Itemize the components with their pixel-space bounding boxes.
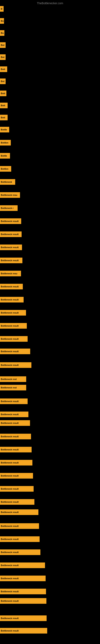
bar-label: Bottleneck result	[1, 525, 19, 527]
bar-item: Bottleneck	[0, 179, 15, 185]
bar-label: Bo	[1, 32, 4, 34]
bar-item: Bottleneck result	[0, 398, 28, 404]
bar-label: Bottleneck result	[1, 474, 19, 477]
bar-label: Bottlen	[1, 142, 8, 144]
bar-item: Bottleneck result	[0, 576, 46, 581]
bar-label: Bottleneck result	[1, 233, 19, 236]
bar-label: Bottleneck resu	[1, 194, 17, 196]
bar-item: Bottleneck result	[0, 323, 27, 329]
bar-item: Bottleneck result	[0, 258, 22, 263]
bar-label: Bot	[1, 80, 4, 82]
bar-label: Bottleneck result	[1, 413, 19, 416]
bar-label: Bottle	[1, 154, 7, 157]
bar-item: Bottleneck result	[0, 297, 24, 302]
bar-item: Bottleneck result	[0, 336, 28, 342]
bar-label: Bottleneck result	[1, 312, 19, 314]
bar-label: Bottleneck result	[1, 350, 19, 352]
bar-label: Bottleneck result	[1, 600, 19, 602]
bar-item: Bottleneck result	[0, 420, 30, 426]
bar-label: Bottleneck result	[1, 488, 19, 490]
bar-item: Bott	[0, 103, 8, 108]
bar-label: Bott	[1, 104, 5, 107]
bar-item: Bottleneck result	[0, 284, 23, 290]
bar-label: Bottleneck result	[1, 511, 19, 514]
bar-label: Bottleneck result	[1, 590, 19, 593]
bar-label: Bottleneck result	[1, 538, 19, 540]
bar-label: Bottleneck resu	[1, 272, 17, 275]
bar-item: Bott	[0, 90, 6, 96]
bar-item: Bottleneck resu	[0, 271, 21, 276]
bar-item: Bottleneck result	[0, 550, 40, 555]
bar-item: Bottleneck rest	[0, 376, 26, 382]
bar-item: Bottleneck result	[0, 486, 34, 492]
bar-item: Bottleneck result	[0, 562, 45, 568]
bar-label: Bottleneck	[1, 181, 12, 183]
bar-item: Bott	[0, 115, 8, 120]
bar-label: B	[1, 8, 2, 10]
bar-label: Bottlen	[1, 168, 8, 170]
bar-item: Bott	[0, 66, 7, 72]
bar-label: Bo	[1, 20, 4, 22]
bar-item: Bottleneck result	[0, 598, 47, 604]
bar-item: Bottle	[0, 153, 10, 158]
bar-label: Bottleneck result	[1, 630, 19, 632]
bar-label: Bottleneck result	[1, 501, 19, 503]
bar-item: Bottleneck result	[0, 447, 32, 452]
bar-item: B	[0, 6, 3, 12]
bar-label: Bottleneck result	[1, 448, 19, 451]
bar-item: Bottleneck result	[0, 460, 32, 466]
bar-label: Bot	[1, 44, 4, 46]
bar-item: Bottleneck result	[0, 348, 30, 354]
bar-item: Bottleneck result	[0, 523, 39, 529]
bar-label: Bottleneck result	[1, 338, 19, 340]
bar-item: Bottleneck rest	[0, 385, 26, 390]
bar-item: Bo	[0, 30, 4, 36]
site-title: TheBottlenecker.com	[0, 0, 100, 6]
bar-item: Bottleneck result	[0, 536, 40, 542]
bar-item: Bottleneck result	[0, 412, 28, 417]
bar-label: Bottleneck result	[1, 577, 19, 580]
bar-label: Bottleneck result	[1, 285, 19, 288]
bar-item: Bottleneck result	[0, 473, 33, 478]
bar-label: Bottleneck result	[1, 435, 19, 438]
bar-label: Bott	[1, 116, 5, 119]
bar-label: Bott	[1, 68, 5, 70]
bar-item: Bottleneck result	[0, 434, 31, 439]
bar-item: Bot	[0, 42, 6, 48]
bar-label: Bottleneck result	[1, 551, 19, 554]
bar-label: Bottleneck result	[1, 617, 19, 620]
bar-item: Bottleneck result	[0, 509, 38, 515]
bar-label: Bottleneck result	[1, 246, 19, 248]
bar-item: Bottlen	[0, 166, 11, 172]
bar-label: Bottleneck result	[1, 400, 19, 402]
bar-label: Bottleneck result	[1, 364, 19, 366]
bar-label: Bottleneck r	[1, 207, 14, 209]
bar-item: Bottleneck result	[0, 616, 47, 621]
bar-label: Bottleneck result	[1, 422, 19, 424]
bar-label: Bottle	[1, 128, 7, 131]
bar-item: Bottlen	[0, 140, 11, 146]
bar-label: Bottleneck result	[1, 298, 19, 301]
bar-item: Bottleneck result	[0, 218, 21, 224]
bar-item: Bottleneck result	[0, 499, 34, 505]
bar-item: Bottleneck result	[0, 244, 22, 250]
bar-item: Bottleneck result	[0, 589, 46, 594]
bar-label: Bot	[1, 56, 4, 58]
bar-item: Bottleneck r	[0, 205, 18, 211]
bar-label: Bottleneck result	[1, 564, 19, 566]
bar-label: Bott	[1, 92, 5, 94]
bar-label: Bottleneck result	[1, 462, 19, 464]
bar-label: Bottleneck rest	[1, 386, 17, 389]
bar-item: Bo	[0, 18, 4, 24]
bar-item: Bottleneck result	[0, 310, 26, 316]
bar-item: Bottle	[0, 127, 9, 132]
bar-label: Bottleneck result	[1, 324, 19, 327]
bar-item: Bot	[0, 78, 6, 84]
bar-item: Bot	[0, 54, 6, 60]
bar-item: Bottleneck result	[0, 628, 47, 634]
bar-item: Bottleneck result	[0, 232, 22, 237]
bar-item: Bottleneck result	[0, 362, 31, 368]
bar-item: Bottleneck resu	[0, 192, 20, 198]
bar-label: Bottleneck rest	[1, 378, 17, 380]
bar-label: Bottleneck result	[1, 220, 19, 222]
